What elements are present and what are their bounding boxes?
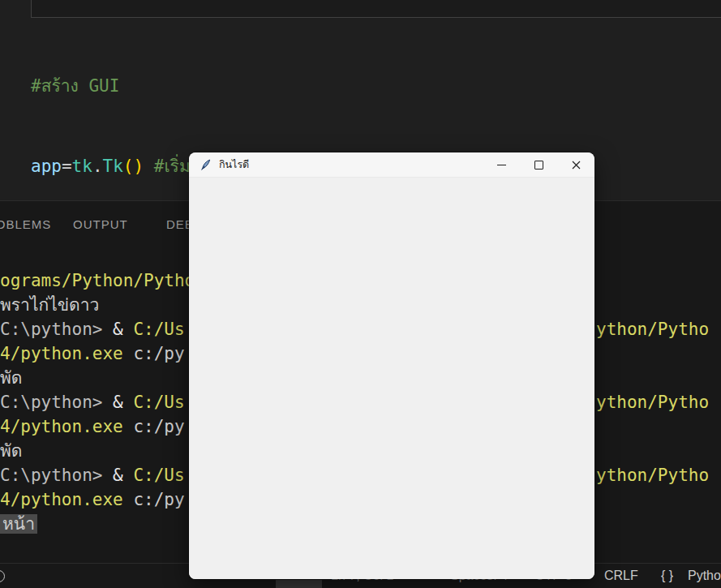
vscode-window: #สร้าง GUI app=tk.Tk() #เริ่มเรียกใช้ li… bbox=[0, 0, 721, 588]
code-token bbox=[144, 157, 154, 176]
terminal-text-segment: c:/py bbox=[133, 417, 184, 436]
close-icon bbox=[572, 161, 581, 170]
terminal-text-segment: 4/python.exe bbox=[0, 417, 133, 436]
terminal-text-segment: พัด bbox=[0, 441, 22, 461]
status-item-partial bbox=[276, 580, 322, 588]
problems-indicator-icon[interactable] bbox=[0, 570, 5, 582]
code-token: #สร้าง GUI bbox=[31, 76, 119, 96]
terminal-text-segment: พราไก่ไข่ดาว bbox=[0, 295, 99, 315]
terminal-text-segment: C:\python> bbox=[0, 466, 113, 485]
tk-client-area bbox=[189, 178, 594, 579]
terminal-text-segment: 4/python.exe bbox=[0, 490, 133, 509]
terminal-text-segment: C:\python> bbox=[0, 393, 113, 412]
status-language[interactable]: Python bbox=[688, 569, 721, 583]
tk-titlebar[interactable]: กินไรดี bbox=[189, 152, 594, 178]
tk-window-title: กินไรดี bbox=[219, 157, 483, 173]
code-token: . bbox=[92, 157, 103, 176]
terminal-text-segment: ython/Pytho bbox=[596, 463, 709, 487]
terminal-text-segment: ograms/Python/Pytho bbox=[0, 271, 195, 290]
terminal-text-segment: C:\python> bbox=[0, 320, 113, 339]
terminal-text-segment: ython/Pytho bbox=[596, 317, 709, 341]
terminal-text-segment: c:/py bbox=[133, 490, 184, 509]
terminal-text-segment: C:/Us bbox=[133, 393, 184, 412]
terminal-text-segment: 4/python.exe bbox=[0, 344, 133, 363]
terminal-text-segment: & bbox=[113, 393, 133, 412]
status-language-icon[interactable]: { } bbox=[661, 569, 673, 583]
panel-tab-output[interactable]: OUTPUT bbox=[73, 217, 128, 234]
terminal-text-segment: & bbox=[113, 466, 133, 485]
maximize-button[interactable] bbox=[520, 152, 557, 177]
maximize-icon bbox=[534, 161, 543, 170]
panel-tab-problems[interactable]: PROBLEMS bbox=[0, 217, 51, 234]
code-token: tk bbox=[72, 157, 92, 176]
terminal-text-segment: พัด bbox=[0, 368, 22, 388]
terminal-text-segment: C:/Us bbox=[133, 320, 184, 339]
minimize-icon bbox=[497, 165, 506, 165]
terminal-text-segment: ython/Pytho bbox=[596, 390, 709, 414]
editor-top-panel-edge bbox=[31, 0, 721, 18]
tk-window: กินไรดี bbox=[189, 152, 594, 579]
tk-feather-icon bbox=[200, 159, 212, 171]
minimize-button[interactable] bbox=[483, 152, 520, 177]
code-token: Tk bbox=[103, 157, 123, 176]
terminal-text-segment: หน้า bbox=[0, 514, 37, 534]
status-eol-crlf[interactable]: CRLF bbox=[604, 569, 638, 583]
close-button[interactable] bbox=[557, 152, 594, 177]
terminal-text-segment: & bbox=[113, 320, 133, 339]
code-token: () bbox=[123, 157, 144, 176]
terminal-text-segment: C:/Us bbox=[133, 466, 184, 485]
code-line: #สร้าง GUI bbox=[31, 73, 721, 100]
code-token: = bbox=[62, 157, 72, 176]
terminal-text-segment: c:/py bbox=[133, 344, 184, 363]
code-token: app bbox=[31, 157, 62, 176]
